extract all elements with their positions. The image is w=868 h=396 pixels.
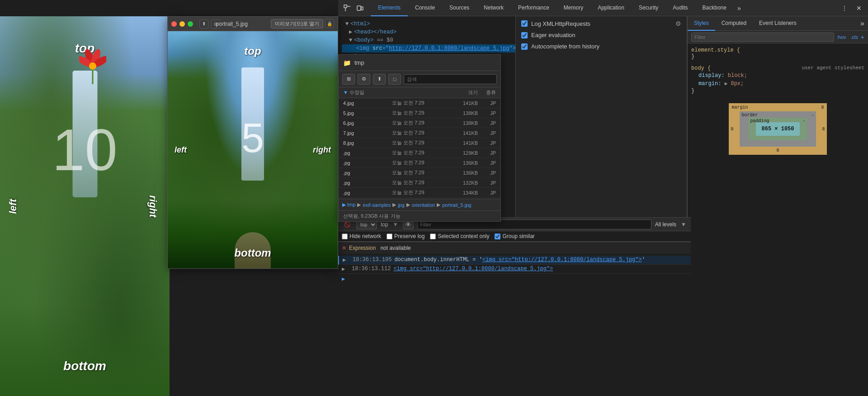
fm-action-btn[interactable]: □ [388,74,401,85]
console-log-area: ▶ 18:36:13.105 document.body.innerHTML =… [338,254,691,396]
more-tabs-button[interactable]: » [734,0,745,16]
tab-performance[interactable]: Performance [511,0,557,16]
tab-security[interactable]: Security [632,0,665,16]
fm-share-btn[interactable]: ⬆ [373,74,386,85]
fm-file-list: 4.jpg 오늘 오전 7:29 141KB JP 5.jpg 오늘 오전 7:… [339,98,500,199]
console-log-2: ▶ 18:36:13.112 <img src="http://127.0.0.… [338,265,691,274]
fm-file-row[interactable]: 7.jpg 오늘 오전 7:29 141KB JP [339,128,500,138]
console-panel: 🚫 top top ▼ 👁 All levels ▼ Hide network … [338,217,691,396]
devtools-tab-list: Elements Console Sources Network Perform… [371,0,839,16]
fm-breadcrumb-orientation[interactable]: orientation [412,202,435,208]
preserve-log-checkbox[interactable] [387,234,392,239]
fm-sort-arrow[interactable]: ▼ [343,90,348,95]
log-link-1[interactable]: <img src="http://127.0.0.1:8080/landscap… [482,257,642,263]
fm-view-toggle[interactable]: ⊞ [342,74,355,85]
fm-search-input[interactable] [404,74,497,84]
fm-breadcrumb-exif[interactable]: exif-samples [363,202,391,208]
fm-file-row[interactable]: 5.jpg 오늘 오전 7:29 138KB JP [339,108,500,118]
tab-backbone[interactable]: Backbone [695,0,734,16]
bg-number: 10 [52,116,118,184]
preview-open-button[interactable]: 미리보기(으)로 열기 [271,19,323,29]
styles-filter-input[interactable] [691,33,834,42]
tab-console[interactable]: Console [408,0,442,16]
margin-bottom-val: 8 [776,148,779,153]
fm-file-row[interactable]: 8.jpg 오늘 오전 7:29 141KB JP [339,138,500,148]
group-similar-option[interactable]: Group similar [495,233,534,239]
request-blocking-panel: Request blocking ✕ Log XMLHttpRequests ⚙… [515,0,687,217]
fm-breadcrumb-jpg[interactable]: jpg [398,202,405,208]
device-icon[interactable] [354,3,365,14]
svg-rect-6 [344,5,347,8]
console-top-label: top [381,221,388,228]
fm-file-row[interactable]: .pg 오늘 오전 7:29 134KB JP [339,188,500,198]
eager-eval-checkbox[interactable] [521,32,528,38]
fm-col-name: ▼ 수정일 [343,89,446,96]
css-display-line[interactable]: display: block; [691,72,864,80]
fm-column-headers: ▼ 수정일 크기 종류 [339,87,500,98]
more-options-icon[interactable]: ⋮ [839,3,850,14]
tab-elements[interactable]: Elements [371,0,408,16]
bg-left-label: left [7,199,19,214]
fm-file-row[interactable]: .pg 오늘 오전 7:29 132KB JP [339,178,500,188]
log-xhr-checkbox[interactable] [521,20,528,27]
box-model-diagram: margin 8 border - padding - 865 × 1050 [691,100,864,158]
svg-rect-9 [357,6,361,10]
tab-network[interactable]: Network [476,0,511,16]
minimize-button[interactable] [179,21,185,27]
close-button[interactable] [171,21,177,27]
hide-network-checkbox[interactable] [342,234,348,239]
hide-network-option[interactable]: Hide network [342,233,381,239]
css-selector-element: element.style { [691,47,740,53]
cls-filter[interactable]: .cls [850,34,858,40]
expression-label: Expression [349,245,376,251]
fm-file-row[interactable]: .pg 오늘 오전 7:29 136KB JP [339,158,500,168]
more-styles-tabs[interactable]: » [857,19,868,28]
margin-label: margin [731,105,748,110]
css-margin-line[interactable]: margin: ▶ 8px; [691,80,864,88]
margin-right-val: 8 [822,127,825,132]
autocomplete-label: Autocomplete from history [531,43,599,50]
expression-value: not available [378,244,412,252]
hov-filter[interactable]: :hov [837,34,846,40]
console-input-area: ▶ [338,274,691,284]
fm-settings-btn[interactable]: ⚙ [358,74,370,85]
fm-breadcrumb-tmp[interactable]: ▶ tmp [342,202,355,208]
fm-file-row[interactable]: 6.jpg 오늘 오전 7:29 138KB JP [339,118,500,128]
fm-file-row[interactable]: .pg 오늘 오전 7:29 136KB JP [339,168,500,178]
console-levels-arrow[interactable]: ▼ [681,221,686,228]
autocomplete-checkbox[interactable] [521,43,528,50]
fm-breadcrumb-file[interactable]: portrait_5.jpg [442,202,471,208]
portrait-left-label: left [175,145,187,155]
fm-file-row[interactable]: .pg 오늘 오전 7:29 129KB JP [339,148,500,158]
tab-computed[interactable]: Computed [715,16,753,31]
log-expand-2[interactable]: ▶ [342,266,349,272]
fm-col-size: 크기 [446,89,478,96]
css-close-brace-2: } [691,88,694,94]
selected-context-option[interactable]: Selected context only [430,233,489,239]
maximize-button[interactable] [188,21,193,27]
fm-file-row[interactable]: 4.jpg 오늘 오전 7:29 141KB JP [339,98,500,108]
tab-audits[interactable]: Audits [665,0,695,16]
bg-right-label: right [147,195,159,217]
log-xhr-settings[interactable]: ⚙ [675,20,681,27]
box-dimensions: 865 × 1050 [761,126,794,132]
lock-icon[interactable]: 🔒 [325,19,334,28]
tab-memory[interactable]: Memory [557,0,590,16]
portrait-top-label: top [244,45,261,57]
expression-close[interactable]: ✕ [342,245,346,251]
console-arrow-down[interactable]: ▼ [393,221,398,228]
log-link-2[interactable]: <img src="http://127.0.0.1:8080/landscap… [393,266,553,272]
portrait-number: 5 [241,115,264,161]
bg-bottom-label: bottom [63,359,106,373]
inspect-icon[interactable] [342,3,353,14]
close-devtools-icon[interactable]: ✕ [854,3,864,14]
tab-styles[interactable]: Styles [688,16,715,31]
add-style[interactable]: + [861,33,864,41]
tab-application[interactable]: Application [590,0,632,16]
log-expand-1[interactable]: ▶ [343,257,350,263]
tab-sources[interactable]: Sources [442,0,476,16]
group-similar-checkbox[interactable] [495,234,500,239]
selected-context-checkbox[interactable] [430,234,436,239]
tab-event-listeners[interactable]: Event Listeners [753,16,803,31]
preserve-log-option[interactable]: Preserve log [387,233,425,239]
